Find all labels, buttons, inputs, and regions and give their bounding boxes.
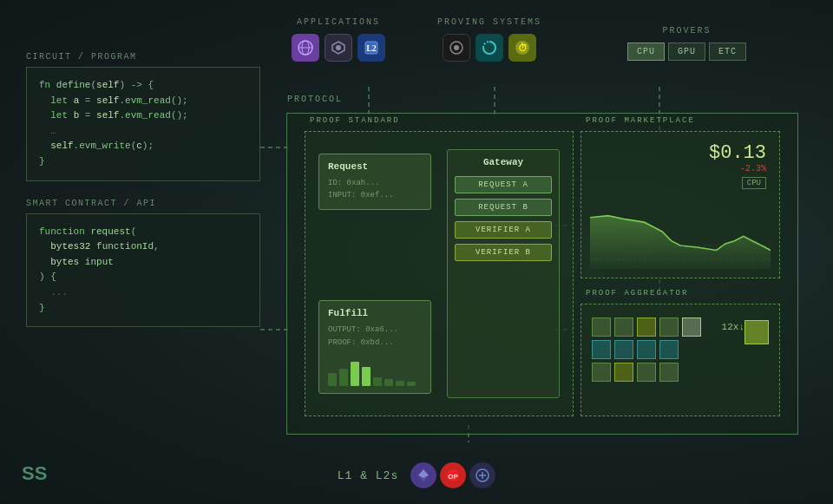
app-icon-3: L2 [357,34,385,62]
left-panels: CIRCUIT / PROGRAM fn define(self) -> { l… [26,52,260,327]
pm-price-change: -2.3% [709,164,766,173]
prover-buttons: CPU GPU ETC [627,43,746,61]
svg-point-17 [454,45,459,50]
contract-line-4: ) { [39,270,247,285]
prover-gpu-button[interactable]: GPU [668,43,705,61]
code-line-3: let b = self.evm_read(); [39,108,247,124]
applications-label: APPLICATIONS [297,17,380,27]
chain-icons: OP [410,462,495,488]
contract-line-2: bytes32 functionId, [39,239,247,255]
aggregator-grid [592,317,701,382]
svg-point-13 [336,45,341,50]
gateway-request-b[interactable]: REQUEST B [455,199,552,216]
svg-text:SS: SS [22,462,47,484]
aggregator-multiplier: 12x↓ [722,322,744,332]
agg-cell-3-5 [682,363,701,382]
proving-icon-2 [476,34,503,62]
bar-1 [328,373,337,386]
proving-icon-3: ⏱ [508,34,536,62]
agg-cell-2-1 [592,340,611,359]
contract-line-1: function request( [39,225,247,240]
request-title: Request [328,161,422,172]
multiplier-text: 12x↓ [722,322,744,332]
bar-4 [362,367,371,386]
proof-standard-label: PROOF STANDARD [310,116,400,125]
agg-cell-2-2 [614,340,633,359]
provers-group: PROVERS CPU GPU ETC [627,26,746,61]
bar-8 [407,382,416,386]
app-icons: L2 [292,34,385,62]
proving-systems-group: PROVING SYSTEMS ⏱ [437,17,541,62]
agg-cell-3-3 [637,363,656,382]
agg-cell-2-5 [682,340,701,359]
svg-text:L2: L2 [366,43,377,53]
code-line-2: let a = self.evm_read(); [39,94,247,109]
fulfill-title: Fulfill [328,308,422,318]
contract-panel: SMART CONTRACT / API function request( b… [26,199,260,328]
proof-aggregator-box: PROOF AGGREGATOR [580,304,780,416]
fulfill-bar-chart [328,356,422,386]
circuit-panel: CIRCUIT / PROGRAM fn define(self) -> { l… [26,52,260,181]
app-icon-1 [292,34,319,62]
gateway-request-a[interactable]: REQUEST A [455,176,552,193]
request-card: Request ID: 0xah... INPUT: 0xef... [318,154,431,210]
proof-marketplace-label: PROOF MARKETPLACE [586,116,695,125]
protocol-label: PROTOCOL [287,95,343,104]
fulfill-output: OUTPUT: 0xa6... [328,324,422,336]
proving-icons: ⏱ [443,34,536,62]
contract-line-5: ... [39,285,247,301]
prover-cpu-button[interactable]: CPU [627,43,665,61]
ethereum-icon [410,462,436,488]
agg-cell-1-2 [614,317,633,337]
code-line-4: … [39,124,247,140]
agg-cell-3-2 [614,363,633,382]
fulfill-card: Fulfill OUTPUT: 0xa6... PROOF: 0xbd... [318,300,431,394]
request-id: ID: 0xah... [328,177,422,189]
bar-3 [351,362,359,386]
pm-cpu-badge: CPU [742,177,766,189]
prover-etc-button[interactable]: ETC [709,43,746,61]
gateway-verifier-b[interactable]: VERIFIER B [455,244,552,261]
proof-marketplace-box: PROOF MARKETPLACE $0.13 -2.3% CPU [580,131,780,278]
aggregator-result-cell [744,320,769,344]
bar-6 [384,379,393,386]
agg-cell-1-5 [682,317,701,337]
succinct-logo: SS [22,459,56,491]
bar-5 [373,377,382,386]
circuit-code: fn define(self) -> { let a = self.evm_re… [26,67,260,181]
request-input: INPUT: 0xef... [328,189,422,201]
proof-aggregator-label: PROOF AGGREGATOR [586,289,688,298]
chain-icon-3 [469,462,495,488]
agg-cell-3-1 [592,363,611,382]
price-line-chart [590,208,771,269]
agg-cell-1-4 [659,317,679,337]
svg-text:OP: OP [448,473,458,481]
bar-2 [339,369,348,386]
bar-7 [396,381,404,386]
proving-systems-label: PROVING SYSTEMS [437,17,541,27]
contract-code: function request( bytes32 functionId, by… [26,213,260,328]
code-line-1: fn define(self) -> { [39,78,247,94]
code-line-6: } [39,154,247,170]
pm-price-value: $0.13 [709,142,766,164]
gateway-verifier-a[interactable]: VERIFIER A [455,221,552,239]
protocol-box: PROTOCOL PROOF STANDARD Request ID: 0xah… [286,113,798,435]
main-container: CIRCUIT / PROGRAM fn define(self) -> { l… [0,0,833,504]
fulfill-proof: PROOF: 0xbd... [328,337,422,349]
l1l2-label: L1 & L2s [338,469,398,482]
agg-cell-2-4 [659,340,679,359]
proving-icon-1 [443,34,470,62]
svg-text:⏱: ⏱ [517,43,527,53]
contract-line-3: bytes input [39,255,247,271]
agg-cell-3-4 [659,363,679,382]
agg-cell-1-1 [592,317,611,337]
agg-cell-2-3 [637,340,656,359]
proof-standard-box: PROOF STANDARD Request ID: 0xah... INPUT… [305,131,574,416]
gateway-box: Gateway REQUEST A REQUEST B VERIFIER A V… [447,149,560,398]
pm-price-section: $0.13 -2.3% CPU [709,142,766,189]
gateway-title: Gateway [483,157,523,167]
code-line-5: self.evm_write(c); [39,139,247,154]
applications-group: APPLICATIONS L2 [292,17,385,62]
bottom-section: L1 & L2s OP [0,462,833,488]
agg-cell-1-3 [637,317,656,337]
